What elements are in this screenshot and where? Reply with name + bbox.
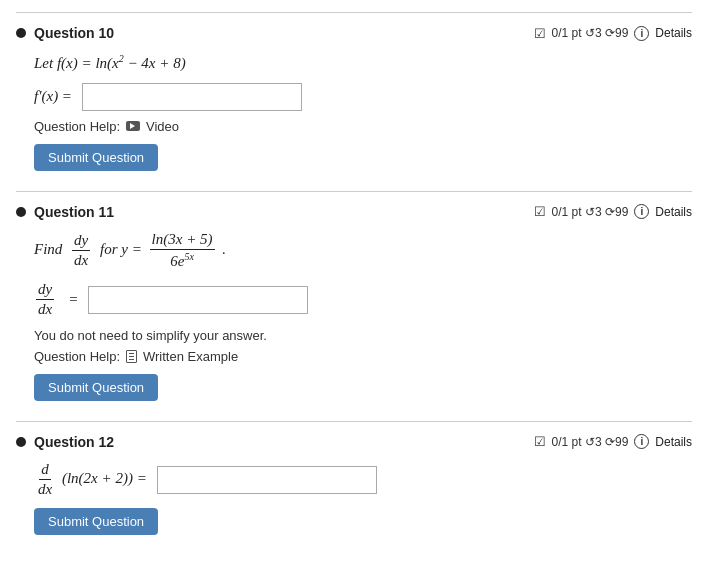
q12-ddx-frac: d dx [36, 460, 54, 500]
question-10-details-link[interactable]: Details [655, 26, 692, 40]
question-10-header: Question 10 ☑ 0/1 pt ↺3 ⟳99 i Details [16, 25, 692, 41]
question-10-block: Question 10 ☑ 0/1 pt ↺3 ⟳99 i Details Le… [16, 12, 692, 187]
question-11-body: Find dy dx for y = ln(3x + 5) 6e5x . dy [16, 230, 692, 401]
info-icon: i [634, 26, 649, 41]
q11-help-label: Question Help: [34, 349, 120, 364]
question-10-body: Let f(x) = ln(x2 − 4x + 8) f′(x) = Quest… [16, 51, 692, 171]
q11-find-label: Find dy dx for y = ln(3x + 5) 6e5x . [34, 241, 226, 257]
check-icon: ☑ [534, 204, 546, 219]
question-10-label: Question 10 [34, 25, 114, 41]
question-11-header: Question 11 ☑ 0/1 pt ↺3 ⟳99 i Details [16, 204, 692, 220]
question-10-details-label: Details [655, 26, 692, 40]
q10-help-type: Video [146, 119, 179, 134]
document-icon [126, 350, 137, 363]
question-11-input-row: dy dx = [34, 280, 692, 320]
question-12-details-link[interactable]: Details [655, 435, 692, 449]
q11-submit-button[interactable]: Submit Question [34, 374, 158, 401]
question-12-details-label: Details [655, 435, 692, 449]
question-10-score: 0/1 pt ↺3 ⟳99 [552, 26, 629, 40]
q11-equals: = [68, 291, 78, 308]
q10-submit-button[interactable]: Submit Question [34, 144, 158, 171]
question-11-details-link[interactable]: Details [655, 205, 692, 219]
question-10-title: Question 10 [16, 25, 114, 41]
q12-equation-label: d dx (ln(2x + 2)) = [34, 460, 147, 500]
info-icon: i [634, 204, 649, 219]
question-11-label: Question 11 [34, 204, 114, 220]
q10-help-label: Question Help: [34, 119, 120, 134]
q10-answer-input[interactable] [82, 83, 302, 111]
question-11-help-row: Question Help: Written Example [34, 349, 692, 364]
question-11-details-label: Details [655, 205, 692, 219]
q11-answer-input[interactable] [88, 286, 308, 314]
question-12-body: d dx (ln(2x + 2)) = Submit Question [16, 460, 692, 535]
question-11-title: Question 11 [16, 204, 114, 220]
video-icon [126, 121, 140, 131]
question-10-input-row: f′(x) = [34, 83, 692, 111]
q11-note: You do not need to simplify your answer. [34, 328, 692, 343]
q12-answer-input[interactable] [157, 466, 377, 494]
question-11-score: 0/1 pt ↺3 ⟳99 [552, 205, 629, 219]
q12-submit-button[interactable]: Submit Question [34, 508, 158, 535]
question-12-header: Question 12 ☑ 0/1 pt ↺3 ⟳99 i Details [16, 434, 692, 450]
question-12-title: Question 12 [16, 434, 114, 450]
question-12-label: Question 12 [34, 434, 114, 450]
question-12-meta: ☑ 0/1 pt ↺3 ⟳99 i Details [534, 434, 692, 449]
q10-video-link[interactable]: Video [126, 119, 179, 134]
info-icon: i [634, 434, 649, 449]
question-10-help-row: Question Help: Video [34, 119, 692, 134]
q11-dydx-label: dy dx [36, 280, 54, 320]
check-icon: ☑ [534, 26, 546, 41]
q10-derivative-label: f′(x) = [34, 88, 72, 105]
check-icon: ☑ [534, 434, 546, 449]
bullet-icon [16, 28, 26, 38]
question-11-find-row: Find dy dx for y = ln(3x + 5) 6e5x . [34, 230, 692, 272]
question-12-input-row: d dx (ln(2x + 2)) = [34, 460, 692, 500]
question-11-block: Question 11 ☑ 0/1 pt ↺3 ⟳99 i Details Fi… [16, 191, 692, 417]
question-10-meta: ☑ 0/1 pt ↺3 ⟳99 i Details [534, 26, 692, 41]
q11-fraction: ln(3x + 5) 6e5x [150, 230, 215, 272]
question-11-meta: ☑ 0/1 pt ↺3 ⟳99 i Details [534, 204, 692, 219]
question-10-equation: Let f(x) = ln(x2 − 4x + 8) [34, 51, 692, 75]
q11-dydx-frac: dy dx [72, 231, 90, 271]
bullet-icon [16, 437, 26, 447]
q11-written-example-link[interactable]: Written Example [126, 349, 238, 364]
question-12-score: 0/1 pt ↺3 ⟳99 [552, 435, 629, 449]
question-12-block: Question 12 ☑ 0/1 pt ↺3 ⟳99 i Details d … [16, 421, 692, 551]
q11-help-type: Written Example [143, 349, 238, 364]
bullet-icon [16, 207, 26, 217]
